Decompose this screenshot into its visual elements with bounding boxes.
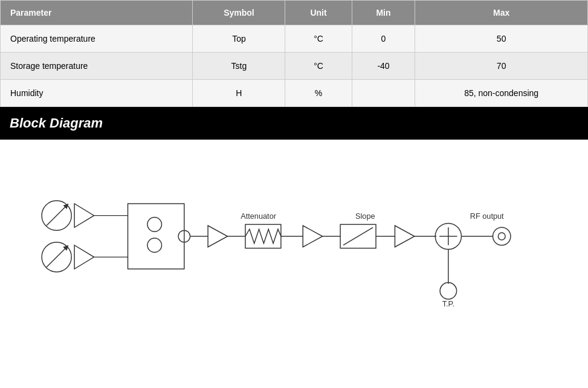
slope-label: Slope (355, 212, 375, 221)
cell-min (352, 80, 415, 107)
cell-symbol: Tstg (193, 53, 285, 80)
svg-point-10 (147, 218, 162, 232)
cell-max: 70 (415, 53, 588, 80)
col-header-min: Min (352, 1, 415, 25)
cell-symbol: H (193, 80, 285, 107)
svg-marker-3 (74, 204, 94, 227)
block-diagram-svg: Attenuator Slope RF output (12, 152, 576, 321)
svg-point-11 (147, 238, 162, 253)
col-header-symbol: Symbol (193, 1, 285, 25)
cell-symbol: Top (193, 25, 285, 53)
table-header-row: Parameter Symbol Unit Min Max (1, 1, 588, 25)
table-row: Humidity H % 85, non-condensing (1, 80, 588, 107)
col-header-max: Max (415, 1, 588, 25)
svg-point-29 (493, 227, 511, 245)
diagram-area: Attenuator Slope RF output (0, 140, 588, 335)
specs-table: Parameter Symbol Unit Min Max Operating … (0, 0, 588, 107)
svg-marker-14 (208, 225, 227, 247)
cell-unit: % (285, 80, 352, 107)
svg-line-21 (343, 227, 373, 245)
col-header-unit: Unit (285, 1, 352, 25)
svg-marker-18 (303, 225, 322, 247)
block-diagram-header: Block Diagram (0, 107, 588, 140)
table-row: Operating temperature Top °C 0 50 (1, 25, 588, 53)
cell-min: 0 (352, 25, 415, 53)
cell-unit: °C (285, 25, 352, 53)
attenuator-label: Attenuator (241, 212, 277, 221)
cell-parameter: Storage temperature (1, 53, 193, 80)
svg-marker-7 (74, 245, 94, 269)
table-row: Storage temperature Tstg °C -40 70 (1, 53, 588, 80)
svg-point-32 (440, 283, 456, 299)
block-diagram-title: Block Diagram (10, 115, 578, 131)
svg-marker-23 (395, 225, 414, 247)
svg-line-6 (47, 247, 66, 267)
col-header-parameter: Parameter (1, 1, 193, 25)
cell-parameter: Operating temperature (1, 25, 193, 53)
cell-max: 85, non-condensing (415, 80, 588, 107)
cell-parameter: Humidity (1, 80, 193, 107)
tp-label: T.P. (442, 299, 454, 308)
cell-min: -40 (352, 53, 415, 80)
cell-unit: °C (285, 53, 352, 80)
svg-point-30 (498, 233, 505, 240)
svg-rect-9 (128, 204, 184, 269)
specs-table-container: Parameter Symbol Unit Min Max Operating … (0, 0, 588, 107)
svg-line-1 (47, 205, 66, 225)
cell-max: 50 (415, 25, 588, 53)
rf-output-label: RF output (470, 212, 504, 221)
